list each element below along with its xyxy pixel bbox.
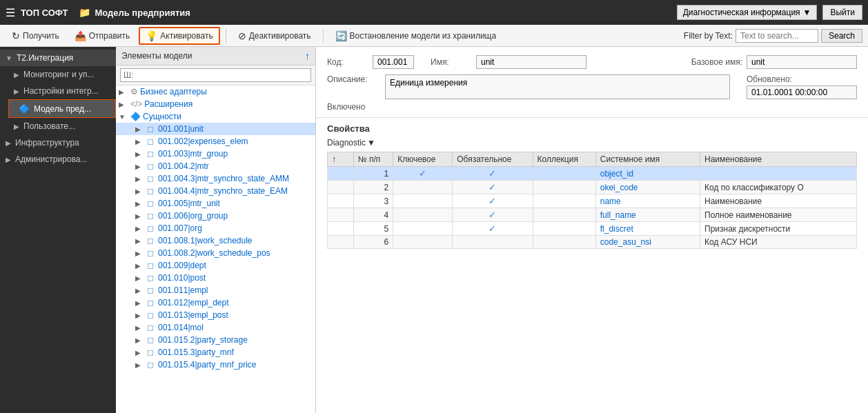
tree-node-e17[interactable]: ▶ ◻ 001.014|mol: [116, 321, 315, 334]
tree-node-e14[interactable]: ▶ ◻ 001.011|empl: [116, 284, 315, 296]
sidebar-item-users[interactable]: ▶ Пользовате...: [8, 118, 116, 134]
table-row[interactable]: 3 ✓ name Наименование: [328, 194, 857, 208]
req-cell: ✓: [453, 167, 533, 181]
properties-title: Свойства: [327, 123, 857, 134]
sysname-cell: name: [595, 194, 700, 208]
expand-icon: ▶: [135, 225, 145, 232]
adapter-icon: ⚙: [130, 87, 138, 97]
node-icon: ◻: [147, 273, 154, 283]
tree-node-e16[interactable]: ▶ ◻ 001.013|empl_post: [116, 309, 315, 321]
logout-button[interactable]: Выйти: [822, 5, 862, 20]
tree-sort-icon[interactable]: ↑: [305, 50, 310, 61]
updated-value: 01.01.0001 00:00:00: [747, 85, 857, 99]
send-button[interactable]: 📤 Отправить: [68, 28, 137, 44]
prop-filter-label[interactable]: Diagnostic ▼: [327, 138, 375, 148]
table-row[interactable]: 5 ✓ fl_discret Признак дискретности: [328, 222, 857, 236]
node-label: 001.008.1|work_schedule: [158, 236, 253, 245]
req-cell: ✓: [453, 208, 533, 222]
prop-table-container: ↑ № п/п Ключевое Обязательное Коллекция …: [327, 152, 857, 407]
node-label: Сущности: [143, 112, 181, 121]
include-label: Включено: [327, 102, 365, 112]
node-label: 001.013|empl_post: [158, 310, 228, 320]
expand-icon: ▶: [119, 88, 128, 96]
sidebar-item-model[interactable]: 🔷 Модель пред...: [8, 99, 116, 118]
tree-node-e20[interactable]: ▶ ◻ 001.015.4|party_mnf_price: [116, 359, 315, 371]
restore-button[interactable]: 🔄 Востановление модели из хранилища: [329, 28, 503, 44]
col-sort[interactable]: ↑: [328, 152, 354, 167]
table-row[interactable]: 4 ✓ full_name Полное наименование: [328, 208, 857, 222]
checkmark-icon: ✓: [489, 223, 496, 234]
node-icon: ◻: [147, 223, 154, 233]
tree-node-e2[interactable]: ▶ ◻ 001.002|expenses_elem: [116, 135, 315, 148]
table-row[interactable]: 6 code_asu_nsi Код АСУ НСИ: [328, 236, 857, 249]
col-sysname-header: Системное имя: [595, 152, 700, 167]
expand-icon: ▶: [135, 262, 145, 270]
tree-node-extensions[interactable]: ▶ </> Расширения: [116, 98, 315, 110]
node-label: 001.009|dept: [158, 261, 206, 270]
refresh-button[interactable]: ↻ Получить: [6, 28, 66, 44]
node-label: 001.015.4|party_mnf_price: [158, 360, 257, 370]
send-label: Отправить: [89, 31, 130, 41]
num-cell: 2: [353, 181, 393, 194]
tree-node-e13[interactable]: ▶ ◻ 001.010|post: [116, 272, 315, 284]
tree-node-e19[interactable]: ▶ ◻ 001.015.3|party_mnf: [116, 346, 315, 359]
tree-node-e18[interactable]: ▶ ◻ 001.015.2|party_storage: [116, 334, 315, 346]
coll-cell: [533, 194, 595, 208]
sidebar-item-label: Т2.Интеграция: [17, 53, 73, 63]
table-row[interactable]: 1 ✓ ✓ object_id: [328, 167, 857, 181]
activate-button[interactable]: 💡 Активировать: [139, 27, 219, 45]
tree-node-e1[interactable]: ▶ ◻ 001.001|unit: [116, 123, 315, 135]
sidebar-item-admin[interactable]: ▶ Администрирова...: [0, 151, 116, 168]
diagnostic-dropdown[interactable]: Диагностическая информация ▼: [677, 5, 818, 20]
tree-node-e5[interactable]: ▶ ◻ 001.004.3|mtr_synchro_state_AMM: [116, 172, 315, 185]
sidebar-item-settings[interactable]: ▶ Настройки интегр...: [8, 83, 116, 99]
num-cell: 6: [353, 236, 393, 249]
checkmark-icon: ✓: [489, 182, 496, 192]
tree-node-e4[interactable]: ▶ ◻ 001.004.2|mtr: [116, 160, 315, 172]
sidebar-item-monitoring[interactable]: ▶ Мониторинг и уп...: [8, 66, 116, 83]
expand-icon: ▶: [135, 163, 145, 170]
deactivate-button[interactable]: ⊘ Деактивировать: [232, 28, 317, 44]
tree-search-input[interactable]: [120, 68, 311, 82]
deactivate-label: Деактивировать: [249, 31, 311, 41]
sidebar-item-label: Настройки интегр...: [23, 86, 99, 96]
sidebar-group: ▶ Мониторинг и уп... ▶ Настройки интегр.…: [0, 66, 116, 134]
detail-fields: Код: 001.001 Имя: unit Базовое имя: unit…: [316, 47, 868, 118]
tree-node-e8[interactable]: ▶ ◻ 001.006|org_group: [116, 210, 315, 222]
expand-icon: ▶: [135, 175, 145, 183]
name-value: unit: [476, 55, 586, 69]
tree-node-e11[interactable]: ▶ ◻ 001.008.2|work_schedule_pos: [116, 247, 315, 259]
tree-node-e15[interactable]: ▶ ◻ 001.012|empl_dept: [116, 296, 315, 309]
deactivate-icon: ⊘: [238, 30, 246, 41]
tree-node-e12[interactable]: ▶ ◻ 001.009|dept: [116, 259, 315, 272]
tree-node-e7[interactable]: ▶ ◻ 001.005|mtr_unit: [116, 197, 315, 210]
tree-node-adapters[interactable]: ▶ ⚙ Бизнес адаптеры: [116, 85, 315, 98]
tree-header: Элементы модели ↑: [116, 47, 315, 66]
send-icon: 📤: [75, 30, 86, 41]
col-name-header: Наименование: [700, 152, 857, 167]
node-icon: ◻: [147, 323, 154, 332]
node-icon: ◻: [147, 285, 154, 295]
sidebar-item-t2-integration[interactable]: ▼ Т2.Интеграция: [0, 50, 116, 66]
tree-node-e3[interactable]: ▶ ◻ 001.003|mtr_group: [116, 148, 315, 160]
node-label: 001.010|post: [158, 273, 206, 283]
col-req-header: Обязательное: [453, 152, 533, 167]
restore-label: Востановление модели из хранилища: [350, 31, 497, 41]
tree-node-e9[interactable]: ▶ ◻ 001.007|org: [116, 222, 315, 234]
table-row[interactable]: 2 ✓ okei_code Код по классификатору О: [328, 181, 857, 194]
node-icon: ◻: [147, 298, 154, 308]
basename-group: Базовое имя: unit: [691, 55, 857, 69]
expand-icon: ▼: [119, 113, 128, 121]
node-label: 001.004.3|mtr_synchro_state_AMM: [158, 174, 289, 183]
menu-icon[interactable]: ☰: [6, 6, 15, 19]
tree-node-entities[interactable]: ▼ 🔷 Сущности: [116, 110, 315, 123]
tree-header-label: Элементы модели: [121, 51, 193, 61]
tree-node-e6[interactable]: ▶ ◻ 001.004.4|mtr_synchro_state_EAM: [116, 185, 315, 197]
filter-input[interactable]: [736, 29, 818, 43]
sidebar-item-infra[interactable]: ▶ Инфраструктура: [0, 134, 116, 151]
tree-node-e10[interactable]: ▶ ◻ 001.008.1|work_schedule: [116, 234, 315, 247]
node-icon: ◻: [147, 360, 154, 370]
app-logo: ТОП СОФТ: [21, 8, 68, 18]
search-button[interactable]: Search: [821, 29, 862, 43]
sort-up-icon: ↑: [332, 154, 336, 164]
